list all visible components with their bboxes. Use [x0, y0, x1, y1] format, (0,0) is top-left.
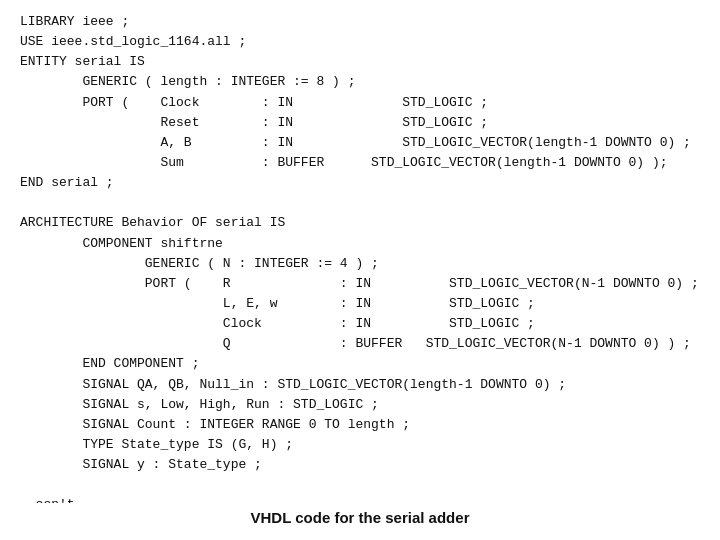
code-line: A, B : IN STD_LOGIC_VECTOR(length-1 DOWN…: [20, 133, 700, 153]
code-line: [20, 475, 700, 495]
code-line: Q : BUFFER STD_LOGIC_VECTOR(N-1 DOWNTO 0…: [20, 334, 700, 354]
code-line: [20, 193, 700, 213]
code-block: LIBRARY ieee ;USE ieee.std_logic_1164.al…: [0, 0, 720, 503]
code-line: ARCHITECTURE Behavior OF serial IS: [20, 213, 700, 233]
code-line: … con't: [20, 495, 700, 503]
code-line: Sum : BUFFER STD_LOGIC_VECTOR(length-1 D…: [20, 153, 700, 173]
code-line: SIGNAL QA, QB, Null_in : STD_LOGIC_VECTO…: [20, 375, 700, 395]
code-line: SIGNAL y : State_type ;: [20, 455, 700, 475]
code-line: TYPE State_type IS (G, H) ;: [20, 435, 700, 455]
code-line: COMPONENT shiftrne: [20, 234, 700, 254]
code-line: ENTITY serial IS: [20, 52, 700, 72]
code-line: USE ieee.std_logic_1164.all ;: [20, 32, 700, 52]
code-line: LIBRARY ieee ;: [20, 12, 700, 32]
code-line: END serial ;: [20, 173, 700, 193]
code-line: Reset : IN STD_LOGIC ;: [20, 113, 700, 133]
code-line: SIGNAL Count : INTEGER RANGE 0 TO length…: [20, 415, 700, 435]
code-line: PORT ( Clock : IN STD_LOGIC ;: [20, 93, 700, 113]
caption: VHDL code for the serial adder: [0, 503, 720, 540]
code-line: END COMPONENT ;: [20, 354, 700, 374]
code-line: GENERIC ( length : INTEGER := 8 ) ;: [20, 72, 700, 92]
code-line: GENERIC ( N : INTEGER := 4 ) ;: [20, 254, 700, 274]
code-line: Clock : IN STD_LOGIC ;: [20, 314, 700, 334]
code-line: SIGNAL s, Low, High, Run : STD_LOGIC ;: [20, 395, 700, 415]
code-line: PORT ( R : IN STD_LOGIC_VECTOR(N-1 DOWNT…: [20, 274, 700, 294]
code-line: L, E, w : IN STD_LOGIC ;: [20, 294, 700, 314]
